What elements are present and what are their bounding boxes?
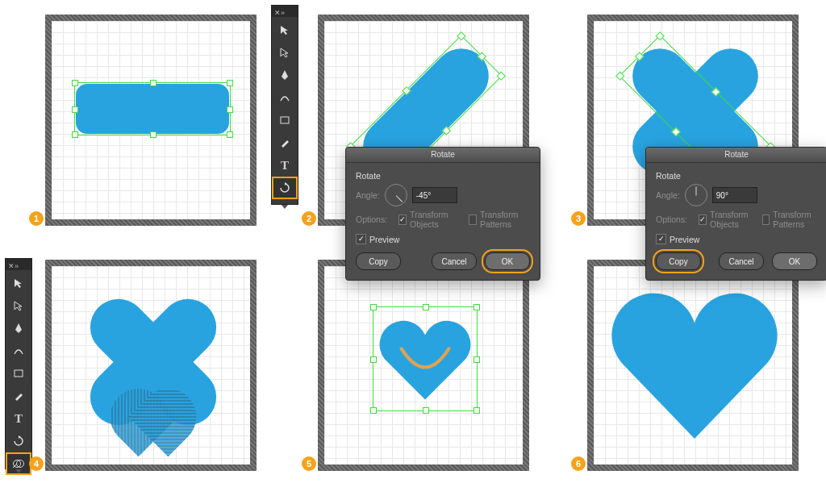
preview-checkbox[interactable] xyxy=(656,234,666,244)
heart-shape-final[interactable] xyxy=(610,281,779,450)
selection-bounds xyxy=(373,306,478,411)
transform-patterns-label: Transform Patterns xyxy=(773,210,817,229)
artboard-step-1 xyxy=(45,15,257,226)
cancel-button[interactable]: Cancel xyxy=(432,252,477,270)
panel-header[interactable]: ✕ » xyxy=(6,259,31,270)
selection-bounds xyxy=(74,82,231,135)
artboard-step-4 xyxy=(45,260,257,471)
direct-selection-tool-icon[interactable] xyxy=(272,41,298,64)
curvature-tool-icon[interactable] xyxy=(272,86,298,109)
step-badge-1: 1 xyxy=(29,211,44,226)
pen-tool-icon[interactable] xyxy=(272,64,298,86)
tools-panel[interactable]: ✕ » T xyxy=(5,258,32,469)
tools-panel[interactable]: ✕ » T xyxy=(271,5,298,205)
copy-button[interactable]: Copy xyxy=(356,252,401,270)
options-label: Options: xyxy=(356,215,387,224)
step-badge-2: 2 xyxy=(302,211,316,226)
artboard-step-5 xyxy=(318,260,529,471)
angle-input[interactable] xyxy=(412,187,457,203)
rotate-tool-icon[interactable] xyxy=(6,430,31,452)
copy-button[interactable]: Copy xyxy=(656,252,701,270)
dialog-section-label: Rotate xyxy=(656,171,817,181)
panel-drag-icon[interactable] xyxy=(15,469,22,473)
cancel-button[interactable]: Cancel xyxy=(719,252,764,270)
options-label: Options: xyxy=(656,215,687,224)
transform-objects-checkbox[interactable] xyxy=(398,215,407,225)
rotate-tool-icon[interactable] xyxy=(272,177,298,199)
dialog-section-label: Rotate xyxy=(356,171,530,181)
dialog-title: Rotate xyxy=(346,148,540,163)
close-icon[interactable]: ✕ xyxy=(274,9,279,14)
dialog-title: Rotate xyxy=(646,148,826,163)
ok-button[interactable]: OK xyxy=(485,252,530,270)
transform-objects-checkbox[interactable] xyxy=(699,215,707,225)
svg-rect-1 xyxy=(15,370,23,377)
selection-tool-icon[interactable] xyxy=(6,272,31,294)
collapse-icon[interactable]: » xyxy=(281,9,286,14)
paintbrush-tool-icon[interactable] xyxy=(272,131,298,154)
ok-button[interactable]: OK xyxy=(772,252,817,270)
step-badge-5: 5 xyxy=(302,456,316,471)
direct-selection-tool-icon[interactable] xyxy=(6,294,31,317)
rectangle-tool-icon[interactable] xyxy=(6,362,31,385)
angle-label: Angle: xyxy=(356,190,380,200)
transform-patterns-label: Transform Patterns xyxy=(480,210,530,229)
preview-label: Preview xyxy=(670,235,699,244)
tutorial-canvas: 1 ✕ » T xyxy=(0,0,826,504)
collapse-icon[interactable]: » xyxy=(15,262,19,267)
rotate-dialog[interactable]: Rotate Rotate Angle: Options: Transform … xyxy=(645,147,826,281)
angle-dial[interactable] xyxy=(685,184,707,206)
transform-patterns-checkbox[interactable] xyxy=(469,215,477,225)
paintbrush-tool-icon[interactable] xyxy=(6,385,31,407)
pen-tool-icon[interactable] xyxy=(6,317,31,339)
transform-patterns-checkbox[interactable] xyxy=(762,215,770,225)
type-tool-icon[interactable]: T xyxy=(272,154,298,177)
transform-objects-label: Transform Objects xyxy=(710,210,751,229)
preview-label: Preview xyxy=(369,235,399,244)
rotate-dialog[interactable]: Rotate Rotate Angle: Options: Transform … xyxy=(345,147,540,281)
close-icon[interactable]: ✕ xyxy=(8,262,13,267)
panel-header[interactable]: ✕ » xyxy=(272,6,298,17)
selection-tool-icon[interactable] xyxy=(272,19,298,41)
rectangle-tool-icon[interactable] xyxy=(272,109,298,131)
curvature-tool-icon[interactable] xyxy=(6,339,31,362)
svg-rect-0 xyxy=(281,117,289,123)
transform-objects-label: Transform Objects xyxy=(410,210,457,229)
step-badge-3: 3 xyxy=(571,211,586,226)
step-badge-6: 6 xyxy=(571,456,586,471)
step-badge-4: 4 xyxy=(29,456,44,471)
type-tool-icon[interactable]: T xyxy=(6,407,31,430)
preview-checkbox[interactable] xyxy=(356,234,366,244)
angle-label: Angle: xyxy=(656,190,680,200)
angle-dial[interactable] xyxy=(385,184,407,206)
angle-input[interactable] xyxy=(712,187,757,203)
artboard-step-6 xyxy=(587,260,799,471)
panel-drag-icon[interactable] xyxy=(282,205,288,209)
